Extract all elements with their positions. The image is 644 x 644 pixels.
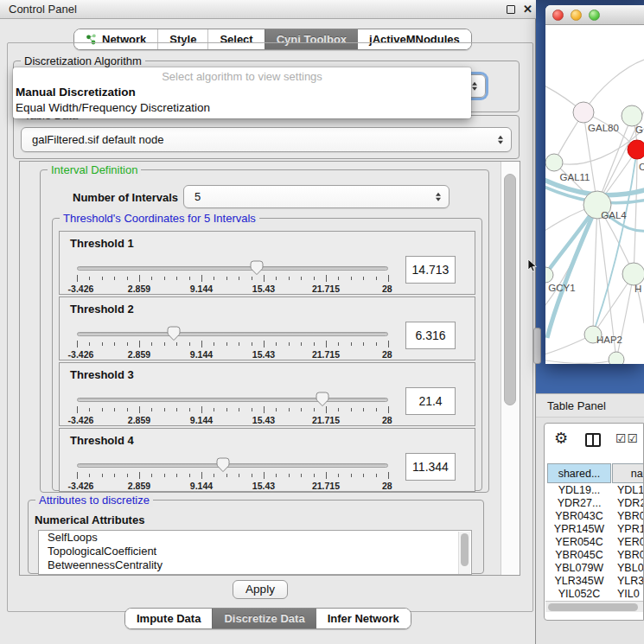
- table-cell[interactable]: YLR3: [612, 575, 644, 588]
- network-window-titlebar[interactable]: [545, 5, 644, 25]
- threshold-slider-1[interactable]: -3.4262.8599.14415.4321.71528: [77, 261, 388, 292]
- table-row[interactable]: YDR27...YDR2: [547, 496, 644, 509]
- table-cell[interactable]: YBR043C: [547, 509, 611, 522]
- number-of-intervals-label: Number of Intervals: [73, 191, 178, 204]
- algorithm-dropdown-hint: Select algorithm to view settings: [13, 70, 471, 83]
- table-row[interactable]: YDL19...YDL1: [547, 483, 644, 496]
- table-hscrollbar-thumb[interactable]: [548, 603, 638, 611]
- table-cell[interactable]: YBR045C: [547, 549, 611, 562]
- table-cell[interactable]: YER054C: [547, 535, 611, 548]
- node-label-hap2: HAP2: [596, 335, 622, 345]
- slider-track[interactable]: [77, 398, 388, 402]
- slider-tick-labels: -3.4262.8599.14415.4321.71528: [77, 349, 388, 360]
- screen: Control Panel ✕ NetworkStyleSelectCyni T…: [0, 0, 644, 644]
- settings-scrollbar-thumb[interactable]: [504, 174, 516, 405]
- threshold-value-field-3[interactable]: 21.4: [405, 387, 456, 415]
- table-cell[interactable]: YIL0: [612, 588, 644, 601]
- threshold-value-field-2[interactable]: 6.316: [405, 322, 456, 349]
- bottom-tab-discretize-data[interactable]: Discretize Data: [212, 609, 316, 628]
- node-label-gcy1: GCY1: [548, 283, 575, 293]
- column-header-shared[interactable]: shared...: [547, 463, 611, 483]
- table-cell[interactable]: YLR345W: [547, 575, 611, 588]
- slider-thumb[interactable]: [216, 457, 230, 475]
- table-panel-header[interactable]: Table Panel: [536, 393, 644, 418]
- minimize-traffic-light-icon[interactable]: [571, 10, 582, 21]
- network-canvas[interactable]: GAL80GGAL11CGAL4GCY1HHAP2: [545, 25, 644, 364]
- dropdown-option-manual-discretization[interactable]: Manual Discretization: [16, 86, 136, 99]
- attributes-scrollbar-track[interactable]: [458, 532, 470, 575]
- table-cell[interactable]: YBR0: [612, 509, 644, 522]
- threshold-value-field-4[interactable]: 11.344: [405, 453, 456, 481]
- network-node[interactable]: [545, 154, 563, 171]
- table-cell[interactable]: YIL052C: [547, 588, 611, 601]
- table-row[interactable]: YIL052CYIL0: [547, 588, 644, 601]
- threshold-slider-2[interactable]: -3.4262.8599.14415.4321.71528: [77, 327, 388, 358]
- threshold-panel-2: Threshold 2-3.4262.8599.14415.4321.71528…: [59, 296, 475, 360]
- numerical-attributes-list[interactable]: SelfLoopsTopologicalCoefficientBetweenne…: [38, 530, 472, 575]
- table-cell[interactable]: YBR0: [612, 549, 644, 562]
- attribute-item-selfloops[interactable]: SelfLoops: [39, 531, 471, 545]
- table-cell[interactable]: YDL19...: [547, 483, 611, 496]
- desktop-background: GAL80GGAL11CGAL4GCY1HHAP2: [536, 0, 644, 393]
- float-window-icon[interactable]: [507, 5, 515, 14]
- table-cell[interactable]: YDL1: [612, 483, 644, 496]
- slider-track[interactable]: [77, 266, 388, 271]
- bottom-tab-infer-network[interactable]: Infer Network: [316, 609, 411, 628]
- zoom-traffic-light-icon[interactable]: [589, 10, 600, 21]
- slider-thumb[interactable]: [250, 260, 264, 278]
- network-node[interactable]: [573, 102, 594, 123]
- slider-tick-labels: -3.4262.8599.14415.4321.71528: [77, 415, 388, 425]
- table-cell[interactable]: YER0: [612, 535, 644, 548]
- attribute-item-topologicalcoefficient[interactable]: TopologicalCoefficient: [39, 545, 471, 558]
- threshold-slider-3[interactable]: -3.4262.8599.14415.4321.71528: [77, 392, 388, 424]
- threshold-label: Threshold 2: [70, 303, 134, 316]
- threshold-value-field-1[interactable]: 14.713: [405, 256, 456, 284]
- table-row[interactable]: YPR145WYPR1: [547, 522, 644, 535]
- table-cell[interactable]: YBL079W: [547, 562, 611, 575]
- table-cell[interactable]: YPR145W: [547, 522, 611, 535]
- pane-splitter-handle[interactable]: [533, 328, 541, 364]
- slider-thumb[interactable]: [167, 326, 181, 344]
- column-header-name[interactable]: name: [612, 463, 644, 483]
- network-node[interactable]: [622, 105, 642, 126]
- numerical-attributes-label: Numerical Attributes: [35, 513, 144, 526]
- table-row[interactable]: YBL079WYBL0: [547, 562, 644, 575]
- network-node[interactable]: [628, 140, 644, 159]
- slider-track[interactable]: [77, 332, 388, 336]
- close-icon[interactable]: ✕: [522, 4, 533, 16]
- table-cell[interactable]: YDR27...: [547, 496, 611, 509]
- table-cell[interactable]: YPR1: [612, 522, 644, 535]
- table-data-combobox[interactable]: galFiltered.sif default node: [21, 127, 512, 152]
- threshold-label: Threshold 3: [70, 368, 134, 381]
- threshold-slider-4[interactable]: -3.4262.8599.14415.4321.71528: [77, 458, 388, 489]
- table-row[interactable]: YLR345WYLR3: [547, 575, 644, 588]
- bottom-tab-impute-data[interactable]: Impute Data: [125, 609, 212, 628]
- attributes-group-title: Attributes to discretize: [35, 494, 153, 507]
- network-node[interactable]: [622, 263, 644, 285]
- apply-button[interactable]: Apply: [233, 580, 288, 599]
- table-cell[interactable]: YBL0: [612, 562, 644, 575]
- table-row[interactable]: YER054CYER0: [547, 535, 644, 548]
- table-row[interactable]: YBR045CYBR0: [547, 549, 644, 562]
- settings-gear-icon[interactable]: ⚙: [554, 430, 568, 446]
- table-row[interactable]: YBR043CYBR0: [547, 509, 644, 522]
- threshold-panel-1: Threshold 1-3.4262.8599.14415.4321.71528…: [59, 231, 475, 295]
- split-columns-icon[interactable]: [585, 433, 601, 447]
- dropdown-option-equal-width-frequency-discretization[interactable]: Equal Width/Frequency Discretization: [16, 101, 210, 114]
- close-traffic-light-icon[interactable]: [552, 10, 564, 21]
- slider-thumb[interactable]: [316, 392, 329, 410]
- slider-tick-labels: -3.4262.8599.14415.4321.71528: [77, 284, 388, 294]
- number-of-intervals-combobox[interactable]: 5: [183, 185, 450, 208]
- table-cell[interactable]: YDR2: [612, 496, 644, 509]
- checkboxes-icon[interactable]: ☑☑: [615, 431, 639, 445]
- control-panel-window: Control Panel ✕ NetworkStyleSelectCyni T…: [0, 0, 536, 644]
- attribute-item-betweennesscentrality[interactable]: BetweennessCentrality: [39, 558, 471, 572]
- attributes-scrollbar-thumb[interactable]: [461, 533, 469, 566]
- network-node[interactable]: [609, 352, 624, 364]
- network-node[interactable]: [545, 267, 553, 283]
- right-region: GAL80GGAL11CGAL4GCY1HHAP2 Table Panel ⚙ …: [536, 0, 644, 644]
- slider-track[interactable]: [77, 463, 388, 468]
- control-panel-titlebar[interactable]: Control Panel ✕: [0, 0, 536, 19]
- table-hscrollbar-track[interactable]: [545, 601, 644, 612]
- node-table-panel: ⚙ ☑☑ shared...name YDL19...YDL1YDR27...Y…: [544, 423, 644, 621]
